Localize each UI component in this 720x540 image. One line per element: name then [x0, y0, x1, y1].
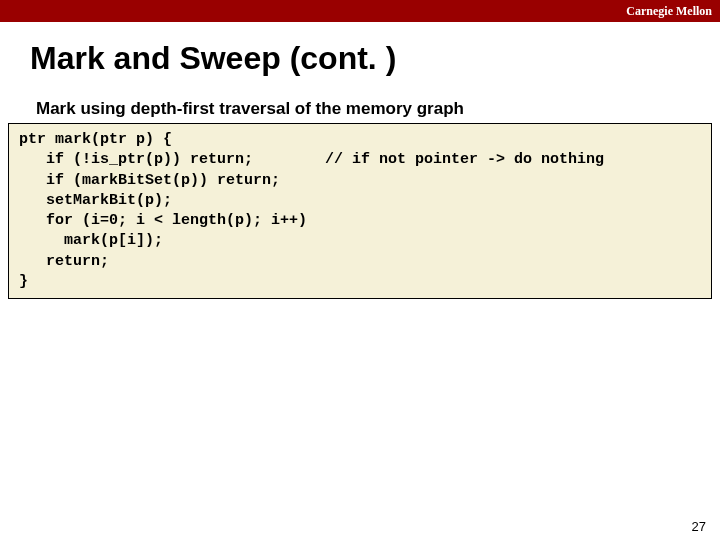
institution-label: Carnegie Mellon: [626, 4, 712, 19]
page-number: 27: [692, 519, 706, 534]
slide-title: Mark and Sweep (cont. ): [30, 40, 720, 77]
header-bar: Carnegie Mellon: [0, 0, 720, 22]
code-block: ptr mark(ptr p) { if (!is_ptr(p)) return…: [8, 123, 712, 299]
slide-subtitle: Mark using depth-first traversal of the …: [36, 99, 720, 119]
